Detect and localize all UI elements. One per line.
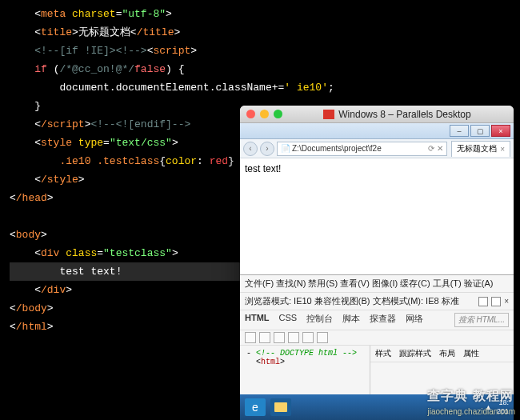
tag-close-style: /style: [41, 174, 78, 186]
ie-tab-title: 无标题文档: [457, 143, 497, 154]
devtools-body: - <!-- DOCTYPE html --> <html> 样式 跟踪样式 布…: [240, 346, 514, 394]
devtools-tab-script[interactable]: 脚本: [342, 313, 360, 327]
watermark: 查字典 教程网 jiaocheng.chazidian.com: [427, 388, 515, 417]
text-testtext: test text!: [59, 266, 122, 278]
devtools-tab-network[interactable]: 网络: [406, 313, 423, 327]
win-close-button[interactable]: ×: [491, 125, 510, 137]
ie-address-bar: ‹ › 📄 Z:\Documents\project\f2e ⟳ ✕ 无标题文档…: [240, 139, 514, 158]
code-line: <!--[if !IE]><!--><script>: [10, 42, 510, 60]
close-icon[interactable]: [246, 110, 255, 118]
str-ie10: ' ie10': [284, 82, 328, 94]
devtools-tool-icon[interactable]: [245, 332, 256, 343]
css-val: red: [210, 155, 228, 167]
keyword-if: if: [34, 63, 47, 75]
side-tab-layout[interactable]: 布局: [439, 348, 455, 359]
devtools-tabs: HTML CSS 控制台 脚本 探查器 网络 搜索 HTML...: [240, 310, 514, 330]
parallels-window[interactable]: Windows 8 – Parallels Desktop – ▢ × ‹ › …: [240, 106, 514, 420]
win-minimize-button[interactable]: –: [450, 125, 469, 137]
devtools-toolbar: [240, 330, 514, 346]
devtools-tool-icon[interactable]: [274, 332, 285, 343]
devtools-minimize-icon[interactable]: [478, 297, 488, 306]
tag-close-html: /html: [16, 321, 47, 333]
tag-close-div: /div: [41, 284, 66, 296]
code-line: <title>无标题文档</title>: [10, 23, 510, 42]
comment-if-ie: <!--[if !IE]><!-->: [34, 45, 146, 57]
code-line: <meta charset="utf-8">: [10, 5, 510, 23]
window-title: Windows 8 – Parallels Desktop: [287, 109, 507, 120]
attr-class: class: [66, 247, 97, 259]
watermark-cn: 查字典 教程网: [427, 389, 513, 402]
devtools-tab-css[interactable]: CSS: [279, 313, 298, 327]
css-prop: color: [166, 155, 197, 167]
devtools-close-icon[interactable]: ×: [504, 297, 509, 306]
taskbar-explorer-icon[interactable]: [270, 398, 291, 416]
ie-protocol-icon: 📄: [281, 144, 290, 153]
devtools-mode-bar[interactable]: 浏览器模式: IE10 兼容性视图(B) 文档模式(M): IE8 标准 ×: [240, 293, 514, 310]
ie-url-text: Z:\Documents\project\f2e: [292, 144, 382, 153]
val-testclass: "testclass": [103, 247, 172, 259]
css-selector: .ie10 .testclass: [59, 155, 159, 167]
ie-forward-button[interactable]: ›: [260, 142, 274, 156]
devtools-mode-controls: ×: [478, 295, 509, 307]
devtools-tool-icon[interactable]: [259, 332, 270, 343]
zoom-icon[interactable]: [274, 110, 282, 118]
js-classname: className: [216, 82, 272, 94]
devtools-mode-text: 浏览器模式: IE10 兼容性视图(B) 文档模式(M): IE8 标准: [245, 295, 459, 307]
windows-window-chrome: – ▢ ×: [240, 123, 514, 139]
val-utf8: "utf-8": [122, 8, 166, 20]
ie-back-button[interactable]: ‹: [243, 142, 258, 156]
side-tab-attrs[interactable]: 属性: [463, 348, 479, 359]
side-tab-trace[interactable]: 跟踪样式: [399, 348, 431, 359]
tag-meta: meta: [41, 8, 66, 20]
ie-devtools: 文件(F) 查找(N) 禁用(S) 查看(V) 图像(I) 缓存(C) 工具(T…: [240, 274, 514, 394]
comment-endif: <!--<![endif]-->: [90, 118, 190, 130]
devtools-side-panel: 样式 跟踪样式 布局 属性: [370, 346, 514, 394]
tag-title: title: [41, 26, 72, 38]
ie-tab-close-icon[interactable]: ×: [500, 145, 505, 154]
taskbar-ie-icon[interactable]: e: [245, 398, 266, 416]
watermark-url: jiaocheng.chazidian.com: [427, 407, 515, 416]
code-line: document.documentElement.className+=' ie…: [10, 78, 510, 97]
tag-style: style: [41, 137, 72, 149]
devtools-html-panel[interactable]: - <!-- DOCTYPE html --> <html>: [240, 346, 370, 394]
windows-vm-area: – ▢ × ‹ › 📄 Z:\Documents\project\f2e ⟳ ✕…: [240, 123, 514, 420]
win-maximize-button[interactable]: ▢: [470, 125, 490, 137]
ie-tab[interactable]: 无标题文档 ×: [451, 141, 510, 157]
tag-close-script: /script: [41, 118, 85, 130]
devtools-tab-html[interactable]: HTML: [245, 313, 270, 327]
ie-url-field[interactable]: 📄 Z:\Documents\project\f2e ⟳ ✕: [277, 142, 447, 156]
devtools-doctype: - <!-- DOCTYPE html -->: [246, 349, 363, 358]
devtools-tool-icon[interactable]: [317, 332, 328, 343]
devtools-menu-bar[interactable]: 文件(F) 查找(N) 禁用(S) 查看(V) 图像(I) 缓存(C) 工具(T…: [240, 275, 514, 293]
tag-close-body: /body: [16, 302, 47, 314]
mac-titlebar[interactable]: Windows 8 – Parallels Desktop: [240, 106, 514, 123]
code-line: if (/*@cc_on!@*/false) {: [10, 60, 510, 78]
tag-body: body: [16, 229, 41, 241]
devtools-tab-console[interactable]: 控制台: [306, 313, 333, 327]
tag-div: div: [41, 247, 59, 259]
op-pluseq: +=: [272, 82, 285, 94]
devtools-side-tabs: 样式 跟踪样式 布局 属性: [370, 346, 514, 362]
devtools-popout-icon[interactable]: [491, 297, 501, 306]
val-textcss: "text/css": [110, 137, 172, 149]
keyword-false: false: [134, 63, 166, 75]
title-text: 无标题文档: [78, 26, 130, 38]
devtools-tool-icon[interactable]: [302, 332, 314, 343]
ie-content-area: test text!: [240, 158, 514, 274]
tag-script: script: [153, 45, 190, 57]
page-text: test text!: [245, 163, 281, 174]
side-tab-styles[interactable]: 样式: [375, 348, 391, 359]
devtools-html-node[interactable]: <html>: [246, 358, 363, 366]
cc-comment: /*@cc_on!@*/: [59, 63, 134, 75]
js-document: document: [59, 82, 109, 94]
minimize-icon[interactable]: [260, 110, 269, 118]
tag-close-head: /head: [16, 192, 47, 204]
attr-type: type: [78, 137, 103, 149]
attr-charset: charset: [72, 8, 116, 20]
devtools-tool-icon[interactable]: [288, 332, 299, 343]
devtools-tab-profiler[interactable]: 探查器: [370, 313, 396, 327]
window-title-text: Windows 8 – Parallels Desktop: [338, 109, 470, 120]
ie-refresh-icon[interactable]: ⟳ ✕: [428, 144, 443, 153]
parallels-app-icon: [323, 110, 334, 119]
devtools-search-input[interactable]: 搜索 HTML...: [454, 313, 509, 327]
